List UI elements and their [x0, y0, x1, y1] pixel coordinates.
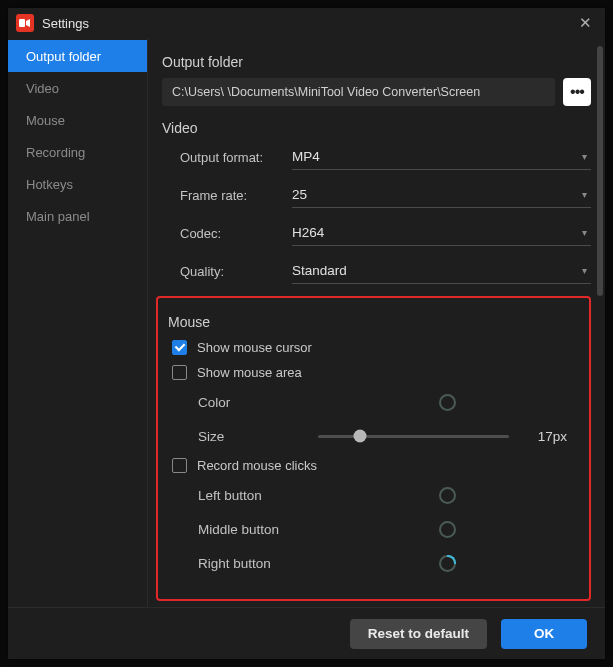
output-format-label: Output format:: [180, 150, 292, 165]
codec-label: Codec:: [180, 226, 292, 241]
chevron-down-icon: ▾: [582, 189, 587, 200]
slider-thumb[interactable]: [354, 430, 367, 443]
ring-icon: [439, 521, 456, 538]
ring-icon: [439, 487, 456, 504]
show-area-checkbox[interactable]: [172, 365, 187, 380]
ring-icon: [439, 555, 456, 572]
sidebar-item-mouse[interactable]: Mouse: [8, 104, 147, 136]
close-button[interactable]: ✕: [571, 12, 599, 34]
show-area-checkbox-row[interactable]: Show mouse area: [172, 365, 577, 380]
reset-button[interactable]: Reset to default: [350, 619, 487, 649]
footer: Reset to default OK: [8, 607, 605, 659]
ring-icon: [439, 394, 456, 411]
close-icon: ✕: [579, 14, 592, 32]
record-clicks-checkbox-row[interactable]: Record mouse clicks: [172, 458, 577, 473]
settings-window: Settings ✕ Output folder Video Mouse Rec…: [8, 8, 605, 659]
sidebar-item-recording[interactable]: Recording: [8, 136, 147, 168]
color-label: Color: [198, 395, 318, 410]
svg-rect-0: [19, 19, 25, 27]
left-button-label: Left button: [198, 488, 318, 503]
ellipsis-icon: •••: [570, 83, 584, 101]
sidebar-item-video[interactable]: Video: [8, 72, 147, 104]
sidebar-item-hotkeys[interactable]: Hotkeys: [8, 168, 147, 200]
framerate-select[interactable]: 25 ▾: [292, 182, 591, 208]
sidebar-item-main-panel[interactable]: Main panel: [8, 200, 147, 232]
show-cursor-checkbox[interactable]: [172, 340, 187, 355]
middle-button-color[interactable]: [438, 519, 458, 539]
show-cursor-checkbox-row[interactable]: Show mouse cursor: [172, 340, 577, 355]
show-area-label: Show mouse area: [197, 365, 302, 380]
quality-label: Quality:: [180, 264, 292, 279]
section-mouse: Mouse: [168, 314, 577, 330]
record-clicks-checkbox[interactable]: [172, 458, 187, 473]
framerate-label: Frame rate:: [180, 188, 292, 203]
output-format-select[interactable]: MP4 ▾: [292, 144, 591, 170]
quality-select[interactable]: Standard ▾: [292, 258, 591, 284]
titlebar: Settings ✕: [8, 8, 605, 38]
codec-select[interactable]: H264 ▾: [292, 220, 591, 246]
app-icon: [16, 14, 34, 32]
size-value: 17px: [527, 429, 567, 444]
chevron-down-icon: ▾: [582, 265, 587, 276]
right-button-color[interactable]: [438, 553, 458, 573]
chevron-down-icon: ▾: [582, 227, 587, 238]
ok-button[interactable]: OK: [501, 619, 587, 649]
chevron-down-icon: ▾: [582, 151, 587, 162]
right-button-label: Right button: [198, 556, 318, 571]
show-cursor-label: Show mouse cursor: [197, 340, 312, 355]
sidebar-item-output-folder[interactable]: Output folder: [8, 40, 147, 72]
mouse-section-highlight: Mouse Show mouse cursor Show mouse area …: [156, 296, 591, 601]
area-color-picker[interactable]: [438, 392, 458, 412]
output-path-field[interactable]: C:\Users\ \Documents\MiniTool Video Conv…: [162, 78, 555, 106]
record-clicks-label: Record mouse clicks: [197, 458, 317, 473]
body: Output folder Video Mouse Recording Hotk…: [8, 38, 605, 607]
sidebar: Output folder Video Mouse Recording Hotk…: [8, 38, 148, 607]
middle-button-label: Middle button: [198, 522, 318, 537]
browse-button[interactable]: •••: [563, 78, 591, 106]
size-slider[interactable]: [318, 435, 509, 438]
size-label: Size: [198, 429, 318, 444]
left-button-color[interactable]: [438, 485, 458, 505]
scrollbar[interactable]: [597, 46, 603, 296]
window-title: Settings: [42, 16, 571, 31]
output-path-row: C:\Users\ \Documents\MiniTool Video Conv…: [162, 78, 591, 106]
section-video: Video: [162, 120, 591, 136]
content-pane: Output folder C:\Users\ \Documents\MiniT…: [148, 38, 605, 607]
section-output: Output folder: [162, 54, 591, 70]
